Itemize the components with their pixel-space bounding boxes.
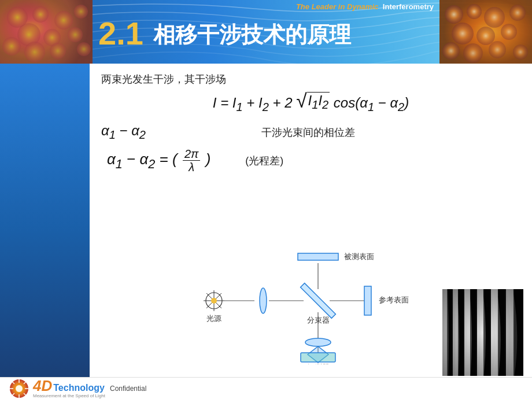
svg-point-9 bbox=[2, 37, 21, 56]
svg-point-14 bbox=[445, 5, 463, 24]
content-area: 两束光发生干涉，其干涉场 I = I1 + I2 + 2 √ I1I2 cos(… bbox=[90, 64, 532, 399]
svg-text:被测表面: 被测表面 bbox=[344, 252, 374, 261]
footer-4d-text: 4D bbox=[33, 378, 52, 394]
optical-path-note: (光程差) bbox=[245, 154, 283, 168]
footer-confidential-text: Confidential bbox=[110, 385, 146, 393]
svg-point-73 bbox=[16, 385, 23, 392]
svg-point-11 bbox=[50, 43, 66, 59]
alpha-description: 干涉光束间的相位差 bbox=[261, 125, 355, 139]
footer-logo-area: 4D Technology Measurement at the Speed o… bbox=[9, 378, 105, 399]
header-texture-left bbox=[0, 0, 93, 64]
svg-rect-48 bbox=[301, 353, 335, 362]
svg-point-33 bbox=[260, 288, 267, 313]
svg-text:参考表面: 参考表面 bbox=[379, 295, 409, 304]
slide-title: 相移干涉技术的原理 bbox=[153, 20, 351, 50]
svg-point-22 bbox=[463, 43, 483, 63]
footer-tech-text: Technology bbox=[53, 383, 105, 393]
main-content: 两束光发生干涉，其干涉场 I = I1 + I2 + 2 √ I1I2 cos(… bbox=[0, 64, 532, 399]
header-texture-right bbox=[439, 0, 532, 64]
svg-point-23 bbox=[489, 41, 506, 58]
svg-point-19 bbox=[476, 27, 495, 45]
fringe-pattern-svg bbox=[442, 289, 523, 376]
svg-point-3 bbox=[32, 6, 49, 23]
optical-formula-left: α1 − α2 = ( 2π λ ) bbox=[107, 147, 210, 173]
slide-header: The Leader in Dynamic Interferometry 2.1… bbox=[0, 0, 532, 64]
diagram-area: 光源 分束器 参考表面 bbox=[179, 237, 480, 364]
svg-rect-39 bbox=[364, 286, 371, 315]
intro-text: 两束光发生干涉，其干涉场 bbox=[101, 72, 520, 86]
svg-point-8 bbox=[68, 27, 83, 42]
svg-point-20 bbox=[501, 24, 517, 40]
section-number: 2.1 bbox=[98, 17, 143, 50]
svg-point-17 bbox=[509, 5, 526, 21]
left-strip bbox=[0, 64, 90, 399]
footer-text-group: 4D Technology Measurement at the Speed o… bbox=[33, 378, 105, 399]
fringe-image bbox=[442, 289, 523, 376]
svg-point-15 bbox=[467, 4, 482, 19]
svg-point-24 bbox=[513, 45, 528, 60]
svg-point-16 bbox=[484, 7, 505, 28]
svg-point-18 bbox=[452, 23, 474, 45]
formula-main: I = I1 + I2 + 2 √ I1I2 cos(α1 − α2) bbox=[101, 92, 520, 114]
svg-point-4 bbox=[54, 11, 73, 29]
svg-text:光源: 光源 bbox=[206, 314, 221, 323]
optical-formula-row: α1 − α2 = ( 2π λ ) (光程差) bbox=[107, 147, 520, 173]
svg-point-5 bbox=[74, 5, 88, 19]
footer-logo-icon bbox=[9, 378, 29, 399]
footer: 4D Technology Measurement at the Speed o… bbox=[0, 377, 532, 399]
alpha-row: α1 − α2 干涉光束间的相位差 bbox=[101, 123, 520, 142]
svg-text:探测器: 探测器 bbox=[307, 363, 330, 364]
brand-interferometry-text: Interferometry bbox=[383, 2, 434, 11]
brand-header: The Leader in Dynamic Interferometry bbox=[296, 2, 434, 11]
alpha-symbol: α1 − α2 bbox=[101, 123, 146, 142]
svg-point-30 bbox=[211, 298, 217, 304]
interferometer-diagram: 光源 分束器 参考表面 bbox=[179, 237, 480, 364]
svg-point-45 bbox=[305, 338, 331, 346]
svg-rect-63 bbox=[442, 289, 523, 376]
svg-point-10 bbox=[24, 42, 45, 62]
svg-point-21 bbox=[442, 42, 460, 60]
svg-point-12 bbox=[77, 42, 91, 56]
brand-leader-text: The Leader in Dynamic bbox=[296, 2, 378, 11]
svg-rect-42 bbox=[298, 253, 338, 260]
footer-tagline-text: Measurement at the Speed of Light bbox=[33, 394, 105, 399]
